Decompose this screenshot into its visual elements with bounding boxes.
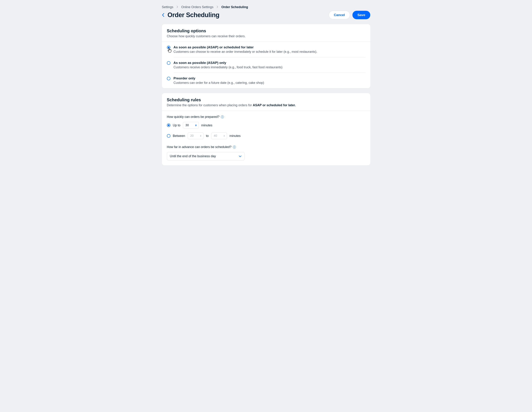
scheduling-options-card: Scheduling options Choose how quickly cu…: [162, 24, 370, 88]
info-icon[interactable]: i: [233, 146, 236, 148]
to-label: to: [206, 134, 209, 138]
section-subtitle: Determine the options for customers when…: [167, 103, 365, 107]
pointer-cursor-icon: [168, 48, 172, 54]
radio-input[interactable]: [167, 77, 170, 80]
option-title: As soon as possible (ASAP) or scheduled …: [174, 45, 365, 49]
upto-minutes-stepper[interactable]: 30 ▲▼: [183, 122, 199, 129]
upto-label: Up to: [173, 124, 180, 127]
advance-question: How far in advance can orders be schedul…: [167, 145, 365, 149]
section-subtitle: Choose how quickly customers can receive…: [167, 34, 365, 38]
breadcrumb: Settings Online Orders Settings Order Sc…: [162, 5, 370, 9]
chevron-down-icon: [239, 154, 242, 158]
radio-input[interactable]: [167, 134, 170, 138]
advance-select[interactable]: Until the end of the business day: [167, 152, 245, 160]
between-from-stepper[interactable]: 20 ▲▼: [188, 133, 204, 139]
section-title: Scheduling options: [167, 28, 365, 33]
breadcrumb-item[interactable]: Online Orders Settings: [181, 5, 213, 9]
chevron-right-icon: [217, 5, 218, 9]
option-title: As soon as possible (ASAP) only: [174, 61, 365, 65]
stepper-arrows-icon[interactable]: ▲▼: [200, 135, 202, 137]
radio-input[interactable]: [167, 61, 170, 65]
stepper-arrows-icon[interactable]: ▲▼: [223, 135, 225, 137]
between-to-stepper[interactable]: 40 ▲▼: [211, 133, 227, 139]
option-asap-or-scheduled[interactable]: As soon as possible (ASAP) or scheduled …: [162, 42, 370, 57]
prep-between-row[interactable]: Between 20 ▲▼ to 40 ▲▼ minutes: [167, 133, 365, 139]
save-button[interactable]: Save: [352, 11, 370, 19]
radio-input[interactable]: [167, 46, 170, 49]
between-label: Between: [173, 134, 185, 138]
minutes-label: minutes: [229, 134, 241, 138]
info-icon[interactable]: i: [221, 115, 224, 119]
option-desc: Customers can order for a future date (e…: [174, 81, 365, 85]
back-icon[interactable]: [162, 13, 164, 17]
minutes-label: minutes: [201, 124, 212, 127]
option-title: Preorder only: [174, 76, 365, 80]
page-title: Order Scheduling: [168, 11, 219, 19]
breadcrumb-current: Order Scheduling: [221, 5, 248, 9]
prep-time-question: How quickly can orders be prepared? i: [167, 115, 365, 119]
prep-upto-row[interactable]: Up to 30 ▲▼ minutes: [167, 122, 365, 129]
option-desc: Customers can choose to receive an order…: [174, 50, 365, 54]
breadcrumb-item[interactable]: Settings: [162, 5, 173, 9]
scheduling-rules-card: Scheduling rules Determine the options f…: [162, 93, 370, 165]
cancel-button[interactable]: Cancel: [329, 11, 350, 19]
chevron-right-icon: [177, 5, 178, 9]
section-title: Scheduling rules: [167, 97, 365, 102]
option-desc: Customers receive orders immediately (e.…: [174, 65, 365, 69]
option-asap-only[interactable]: As soon as possible (ASAP) only Customer…: [162, 57, 370, 73]
radio-input[interactable]: [167, 124, 170, 127]
stepper-arrows-icon[interactable]: ▲▼: [195, 124, 197, 126]
option-preorder-only[interactable]: Preorder only Customers can order for a …: [162, 73, 370, 88]
